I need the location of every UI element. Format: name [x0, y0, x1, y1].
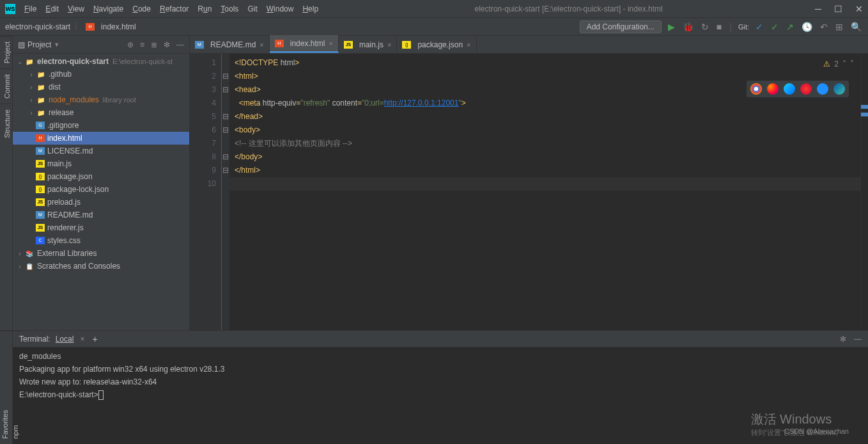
menu-navigate[interactable]: Navigate	[89, 2, 127, 16]
menu-window[interactable]: Window	[263, 2, 298, 16]
menu-edit[interactable]: Edit	[42, 2, 63, 16]
close-tab-icon[interactable]: ×	[467, 41, 470, 49]
safari-icon[interactable]	[784, 83, 795, 95]
ide-settings-icon[interactable]: ⊞	[834, 22, 844, 32]
sidebar-title[interactable]: ▤ Project ▼	[18, 40, 59, 49]
tree-item-styles-css[interactable]: Cstyles.css	[13, 234, 189, 247]
terminal-body: Terminal: Local × + ✻ — de_modulesPackag…	[13, 331, 868, 444]
menu-tools[interactable]: Tools	[217, 2, 242, 16]
git-label: Git:	[738, 23, 749, 31]
menu-file[interactable]: File	[20, 2, 40, 16]
close-tab-icon[interactable]: ×	[80, 335, 84, 344]
inspection-bar[interactable]: ⚠ 2 ˄ ˅	[823, 58, 854, 71]
expand-all-icon[interactable]: ≡	[140, 40, 144, 49]
menu-refactor[interactable]: Refactor	[156, 2, 192, 16]
close-tab-icon[interactable]: ×	[387, 41, 391, 49]
menu-run[interactable]: Run	[194, 2, 215, 16]
chrome-icon[interactable]	[750, 83, 762, 95]
window-title: electron-quick-start [E:\electron-quick-…	[322, 4, 815, 13]
project-icon: ▤	[18, 40, 25, 49]
collapse-all-icon[interactable]: ≣	[151, 40, 157, 49]
terminal-hide-icon[interactable]: —	[854, 335, 862, 344]
tree-item-index-html[interactable]: Hindex.html	[13, 132, 189, 145]
rollback-icon[interactable]: ↶	[819, 22, 829, 32]
left-tool-gutter: ProjectCommitStructure	[0, 36, 13, 330]
firefox-icon[interactable]	[767, 83, 779, 95]
navbar: electron-quick-start 〉 H index.html Add …	[0, 18, 868, 36]
tree-item-LICENSE-md[interactable]: MLICENSE.md	[13, 145, 189, 157]
tree-item-dist[interactable]: ›📁dist	[13, 81, 189, 93]
stop-icon[interactable]: ■	[715, 22, 723, 32]
code-content[interactable]: ⚠ 2 ˄ ˅ <!DOCTYPE html><html><head> <met…	[229, 54, 860, 330]
tree-item--github[interactable]: ›📁.github	[13, 68, 189, 81]
marker[interactable]	[861, 105, 868, 109]
breadcrumb-root[interactable]: electron-quick-start	[5, 22, 70, 31]
tree-item-README-md[interactable]: MREADME.md	[13, 209, 189, 221]
tree-item-node_modules[interactable]: ›📁node_moduleslibrary root	[13, 93, 189, 106]
edge-icon[interactable]	[833, 83, 845, 95]
ie-icon[interactable]	[817, 83, 828, 95]
fold-gutter[interactable]: ⊟⊟⊟⊟⊟⊟	[222, 54, 229, 330]
terminal-content[interactable]: de_modulesPackaging app for platform win…	[13, 347, 868, 444]
error-stripe[interactable]	[860, 54, 868, 330]
editor-tab-package-json[interactable]: {}package.json×	[397, 36, 476, 53]
terminal-settings-icon[interactable]: ✻	[840, 335, 846, 344]
sidebar-header: ▤ Project ▼ ⊕ ≡ ≣ ✻ —	[13, 36, 189, 54]
tree-item-preload-js[interactable]: JSpreload.js	[13, 196, 189, 209]
maximize-button[interactable]: ☐	[834, 4, 842, 14]
new-terminal-button[interactable]: +	[92, 334, 97, 344]
menu-code[interactable]: Code	[128, 2, 155, 16]
editor-tab-main-js[interactable]: JSmain.js×	[339, 36, 397, 53]
editor-tab-index-html[interactable]: Hindex.html×	[270, 35, 339, 53]
prev-highlight-icon[interactable]: ˄	[842, 58, 846, 71]
browser-icons	[747, 81, 849, 97]
menu-view[interactable]: View	[64, 2, 88, 16]
tree-item-package-lock-json[interactable]: {}package-lock.json	[13, 183, 189, 196]
tree-scratches-consoles[interactable]: ›📋Scratches and Consoles	[13, 260, 189, 273]
tree-external-libraries[interactable]: ›📚External Libraries	[13, 247, 189, 260]
menu-help[interactable]: Help	[298, 2, 322, 16]
breadcrumb-file[interactable]: index.html	[101, 22, 136, 31]
search-everywhere-icon[interactable]: 🔍	[849, 22, 863, 32]
close-button[interactable]: ✕	[855, 4, 863, 14]
tool-tab-project[interactable]: Project	[0, 36, 12, 68]
menu-git[interactable]: Git	[244, 2, 261, 16]
terminal-label: Terminal:	[19, 335, 50, 344]
tree-item-release[interactable]: ›📁release	[13, 106, 189, 119]
tree-item-package-json[interactable]: {}package.json	[13, 170, 189, 183]
terminal-left-gutter: Favoritesnpm	[0, 331, 13, 444]
debug-icon[interactable]: 🐞	[681, 22, 695, 32]
tool-tab-npm[interactable]: npm	[10, 331, 20, 444]
git-commit-icon[interactable]: ✓	[770, 22, 780, 32]
coverage-icon[interactable]: ↻	[700, 22, 710, 32]
close-tab-icon[interactable]: ×	[329, 40, 332, 47]
add-configuration-button[interactable]: Add Configuration...	[580, 20, 662, 33]
csdn-watermark: CSDN @Abenazhan	[784, 427, 849, 435]
history-icon[interactable]: 🕓	[800, 22, 814, 32]
tree-item-renderer-js[interactable]: JSrenderer.js	[13, 221, 189, 234]
run-icon[interactable]: ▶	[667, 22, 676, 32]
select-opened-file-icon[interactable]: ⊕	[127, 40, 134, 49]
close-tab-icon[interactable]: ×	[260, 41, 263, 49]
terminal-tab-local[interactable]: Local	[50, 333, 79, 345]
next-highlight-icon[interactable]: ˅	[850, 58, 854, 71]
tree-item--gitignore[interactable]: G.gitignore	[13, 119, 189, 132]
tree-item-main-js[interactable]: JSmain.js	[13, 157, 189, 170]
minimize-button[interactable]: ─	[815, 4, 821, 14]
tool-tab-favorites[interactable]: Favorites	[0, 331, 10, 444]
code-editor[interactable]: 12345678910 ⊟⊟⊟⊟⊟⊟ ⚠ 2 ˄ ˅ <!DOCTYPE ht	[190, 54, 868, 330]
editor-tab-README-md[interactable]: MREADME.md×	[190, 36, 270, 53]
divider: |	[728, 22, 733, 32]
hide-icon[interactable]: —	[176, 40, 184, 49]
editor-area: MREADME.md×Hindex.html×JSmain.js×{}packa…	[190, 36, 868, 330]
git-push-icon[interactable]: ↗	[785, 22, 795, 32]
line-number-gutter: 12345678910	[190, 54, 222, 330]
chevron-right-icon: 〉	[74, 21, 82, 32]
tool-tab-structure[interactable]: Structure	[0, 104, 12, 143]
git-update-icon[interactable]: ✓	[754, 22, 764, 32]
tree-root[interactable]: ⌄📁electron-quick-startE:\electron-quick-…	[13, 55, 189, 68]
opera-icon[interactable]	[800, 83, 812, 95]
marker[interactable]	[861, 113, 868, 116]
settings-icon[interactable]: ✻	[164, 40, 170, 49]
tool-tab-commit[interactable]: Commit	[0, 68, 12, 104]
